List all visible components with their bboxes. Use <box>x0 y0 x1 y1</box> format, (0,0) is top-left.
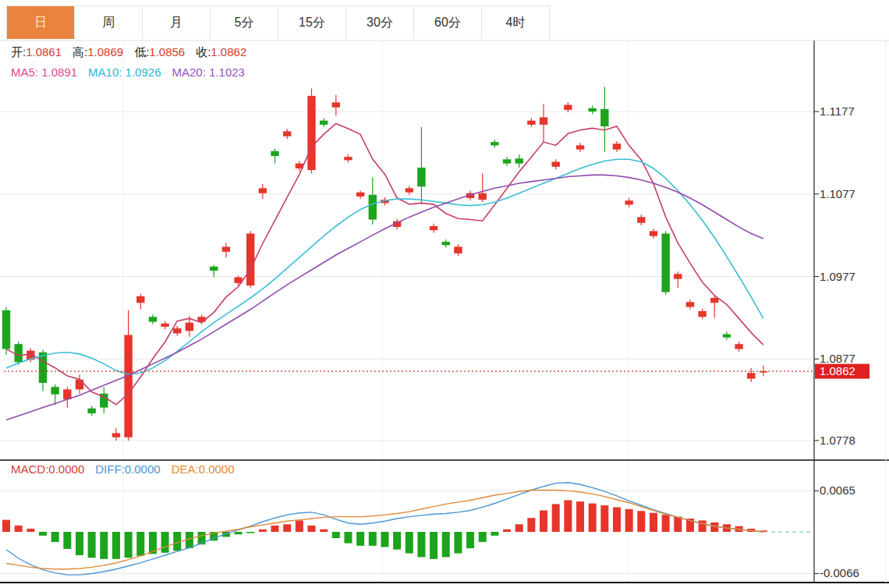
axis-tick-label: 1.0977 <box>820 270 855 283</box>
ma-row-item: MA5: 1.0891 <box>11 66 77 79</box>
axis-tick-label: 0.0065 <box>820 484 855 497</box>
ohlc-row-item: 收:1.0862 <box>196 45 246 58</box>
period-tabbar: 日周月5分15分30分60分4时 <box>6 5 550 39</box>
axis-tick-label: -0.0066 <box>820 566 859 579</box>
tab-5min[interactable]: 5分 <box>211 6 278 39</box>
last-price-tag-value: 1.0862 <box>820 364 855 377</box>
ma-row-item: MA20: 1.1023 <box>172 66 245 79</box>
ma20-line <box>6 175 763 420</box>
ma-legend: MA5: 1.0891MA10: 1.0926MA20: 1.1023 <box>11 66 256 79</box>
chart-area[interactable]: 1.08621.11771.10771.09771.08771.07780.00… <box>0 0 889 588</box>
tab-60min[interactable]: 60分 <box>414 6 482 39</box>
tab-day[interactable]: 日 <box>7 6 75 39</box>
axis-tick-label: 1.0877 <box>820 352 855 365</box>
ohlc-legend: 开:1.0861高:1.0869低:1.0856收:1.0862 <box>11 45 257 60</box>
tab-month[interactable]: 月 <box>143 6 211 39</box>
ohlc-row-item: 开:1.0861 <box>11 45 62 58</box>
candles-layer <box>2 87 767 441</box>
tab-4hour[interactable]: 4时 <box>482 6 550 39</box>
tab-15min[interactable]: 15分 <box>278 6 346 39</box>
ma5-line <box>6 123 763 404</box>
macd-row-item: DEA:0.0000 <box>172 462 235 476</box>
ohlc-row-item: 高:1.0869 <box>73 45 123 58</box>
ma10-line <box>6 159 763 374</box>
macd-legend: MACD:0.0000DIFF:0.0000DEA:0.0000 <box>11 462 246 476</box>
axes: 1.11771.10771.09771.08771.07780.0065-0.0… <box>0 41 889 583</box>
tab-week[interactable]: 周 <box>75 6 143 39</box>
axis-tick-label: 1.1177 <box>820 104 855 118</box>
candlestick-chart-canvas[interactable]: 1.08621.11771.10771.09771.08771.07780.00… <box>0 0 889 588</box>
tab-30min[interactable]: 30分 <box>346 6 414 39</box>
macd-row-item: MACD:0.0000 <box>11 462 84 476</box>
axis-tick-label: 1.1077 <box>820 187 855 200</box>
macd-row-item: DIFF:0.0000 <box>95 462 160 476</box>
axis-tick-label: 1.0778 <box>820 434 855 447</box>
ma-row-item: MA10: 1.0926 <box>88 66 161 79</box>
ohlc-row-item: 低:1.0856 <box>134 45 185 58</box>
gridlines <box>0 41 814 583</box>
